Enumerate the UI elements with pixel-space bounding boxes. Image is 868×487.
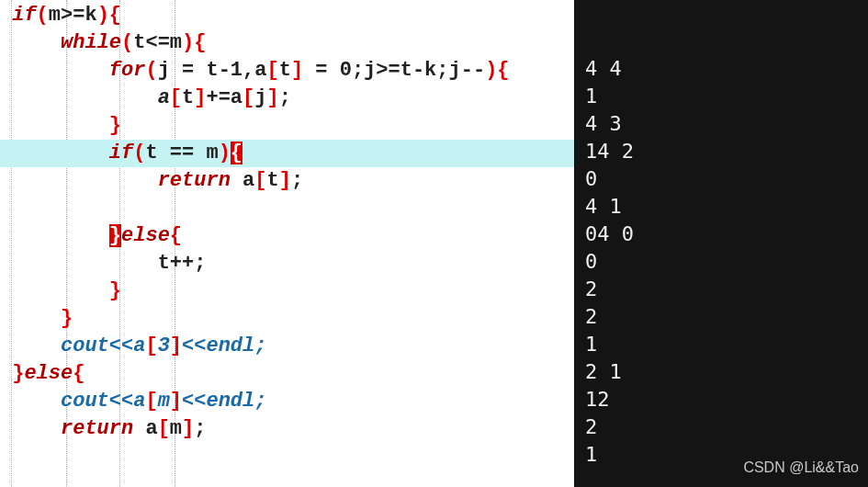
- code-line[interactable]: cout<<a[m]<<endl;: [0, 388, 574, 415]
- terminal-line: 2: [585, 303, 857, 331]
- code-token: [: [158, 417, 170, 440]
- terminal-line: 2 1: [585, 358, 857, 386]
- code-token: [0, 31, 61, 54]
- code-token: [0, 390, 61, 413]
- code-line[interactable]: return a[m];: [0, 415, 574, 443]
- code-token: <<endl;: [182, 390, 266, 413]
- code-token: }: [12, 362, 24, 385]
- code-token: t: [279, 59, 291, 82]
- code-token: [0, 307, 61, 330]
- code-token: {: [73, 362, 85, 385]
- code-token: {: [170, 224, 182, 247]
- code-line[interactable]: }else{: [0, 222, 574, 250]
- terminal-line: 1: [585, 83, 857, 110]
- code-token: {: [109, 4, 121, 27]
- code-token: [: [242, 86, 254, 109]
- code-token: [0, 334, 61, 357]
- code-token: ]: [279, 169, 291, 192]
- code-line[interactable]: while(t<=m){: [0, 29, 574, 57]
- code-token: if: [109, 142, 133, 164]
- code-token: [: [254, 169, 266, 192]
- code-line[interactable]: t++;: [0, 250, 574, 277]
- code-token: while: [61, 31, 121, 54]
- code-token: <<endl;: [182, 334, 266, 357]
- code-token: +=a: [206, 86, 242, 109]
- code-token: [0, 142, 109, 164]
- code-token: [0, 59, 109, 82]
- code-token: [0, 197, 12, 220]
- code-token: [: [170, 86, 182, 109]
- code-token: {: [497, 59, 509, 82]
- code-token: else: [121, 224, 170, 247]
- code-token: ;: [279, 86, 291, 109]
- code-line[interactable]: if(m>=k){: [0, 2, 574, 29]
- code-token: ]: [170, 390, 182, 413]
- code-line[interactable]: }: [0, 305, 574, 333]
- code-token: (: [37, 4, 49, 27]
- code-token: return: [158, 169, 231, 192]
- code-token: [0, 252, 158, 275]
- code-token: t<=m: [133, 31, 182, 54]
- code-token: 3: [158, 334, 170, 357]
- code-line[interactable]: for(j = t-1,a[t] = 0;j>=t-k;j--){: [0, 57, 574, 85]
- code-token: [: [145, 334, 157, 357]
- code-line[interactable]: [0, 195, 574, 222]
- terminal-line: 12: [585, 386, 857, 413]
- code-token: [0, 4, 12, 27]
- code-line[interactable]: a[t]+=a[j];: [0, 85, 574, 112]
- code-token: (: [145, 59, 157, 82]
- code-token: [0, 362, 12, 385]
- terminal-line: 2: [585, 413, 857, 441]
- code-token: [0, 417, 61, 440]
- code-token: m: [170, 417, 182, 440]
- terminal-line: 2: [585, 276, 857, 303]
- code-token: a: [158, 86, 170, 109]
- code-line[interactable]: return a[t];: [0, 167, 574, 195]
- code-line[interactable]: }: [0, 112, 574, 140]
- code-token: ]: [291, 59, 303, 82]
- code-token: [0, 224, 109, 247]
- code-token: return: [61, 417, 133, 440]
- terminal-output[interactable]: 4 414 314 204 104 002212 11221 CSDN @Li&…: [574, 0, 868, 487]
- code-token: a: [231, 169, 254, 192]
- code-token: ): [485, 59, 497, 82]
- code-token: }: [109, 224, 121, 247]
- code-token: if: [12, 4, 36, 27]
- code-token: ): [97, 4, 109, 27]
- code-token: }: [109, 114, 121, 137]
- terminal-line: 1: [585, 331, 857, 358]
- code-token: t++;: [158, 252, 207, 275]
- code-token: t: [182, 86, 194, 109]
- code-token: [0, 86, 158, 109]
- code-line[interactable]: }: [0, 277, 574, 305]
- code-token: ;: [194, 417, 206, 440]
- code-token: [0, 279, 109, 302]
- terminal-line: 4 3: [585, 110, 857, 138]
- code-line[interactable]: }else{: [0, 360, 574, 388]
- code-token: m: [158, 390, 170, 413]
- code-token: [0, 169, 158, 192]
- code-token: [0, 114, 109, 137]
- code-token: cout<<a: [61, 390, 145, 413]
- code-line[interactable]: if(t == m){: [0, 140, 574, 167]
- terminal-line: 4 1: [585, 193, 857, 221]
- code-editor[interactable]: if(m>=k){ while(t<=m){ for(j = t-1,a[t] …: [0, 0, 574, 487]
- code-token: [: [266, 59, 278, 82]
- code-token: {: [194, 31, 206, 54]
- code-token: ]: [266, 86, 278, 109]
- code-token: [: [145, 390, 157, 413]
- code-line[interactable]: cout<<a[3]<<endl;: [0, 333, 574, 360]
- code-token: ): [182, 31, 194, 54]
- code-token: = 0;j>=t-k;j--: [303, 59, 485, 82]
- code-token: (: [121, 31, 133, 54]
- code-token: ;: [291, 169, 303, 192]
- terminal-line: 14 2: [585, 138, 857, 165]
- code-token: {: [231, 142, 242, 164]
- code-token: ]: [182, 417, 194, 440]
- terminal-line: 0: [585, 248, 857, 276]
- code-token: ]: [170, 334, 182, 357]
- code-token: cout<<a: [61, 334, 145, 357]
- code-token: }: [61, 307, 73, 330]
- code-token: a: [133, 417, 157, 440]
- code-token: else: [24, 362, 73, 385]
